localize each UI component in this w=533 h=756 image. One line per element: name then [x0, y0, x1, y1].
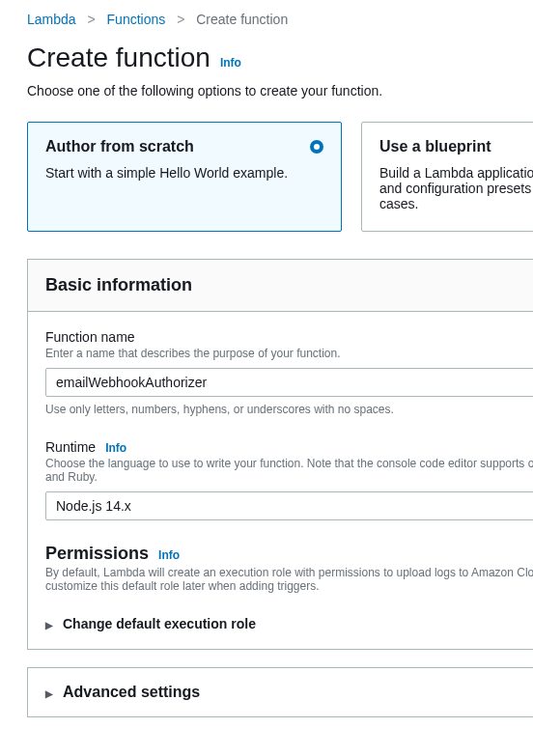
caret-right-icon — [45, 616, 53, 631]
advanced-settings-heading: Advanced settings — [63, 684, 200, 701]
info-link[interactable]: Info — [220, 56, 241, 70]
caret-right-icon — [45, 685, 53, 700]
page-subtitle: Choose one of the following options to c… — [27, 83, 533, 98]
function-name-input[interactable] — [45, 368, 533, 397]
function-name-hint: Enter a name that describes the purpose … — [45, 347, 533, 360]
breadcrumb-current: Create function — [196, 12, 288, 27]
chevron-right-icon: > — [177, 12, 184, 27]
option-desc: Build a Lambda application from sample c… — [379, 165, 533, 211]
basic-information-heading: Basic information — [45, 275, 533, 295]
chevron-right-icon: > — [87, 12, 95, 27]
change-execution-role-expander[interactable]: Change default execution role — [45, 616, 533, 631]
runtime-select[interactable] — [45, 491, 533, 520]
option-title: Author from scratch — [45, 138, 323, 155]
runtime-info-link[interactable]: Info — [105, 441, 126, 455]
permissions-label: Permissions — [45, 544, 149, 564]
option-title: Use a blueprint — [379, 138, 533, 155]
permissions-info-link[interactable]: Info — [158, 548, 180, 562]
breadcrumb-functions[interactable]: Functions — [107, 12, 166, 27]
radio-selected-icon — [310, 140, 323, 154]
advanced-settings-panel: Advanced settings — [27, 667, 533, 717]
page-title: Create function — [27, 42, 210, 73]
basic-information-panel: Basic information Function name Enter a … — [27, 259, 533, 650]
breadcrumb: Lambda > Functions > Create function — [27, 12, 533, 27]
option-author-from-scratch[interactable]: Author from scratch Start with a simple … — [27, 122, 342, 232]
advanced-settings-expander[interactable]: Advanced settings — [45, 684, 533, 701]
option-desc: Start with a simple Hello World example. — [45, 165, 323, 181]
breadcrumb-lambda[interactable]: Lambda — [27, 12, 76, 27]
function-name-label: Function name — [45, 329, 533, 345]
function-name-constraint: Use only letters, numbers, hyphens, or u… — [45, 403, 533, 416]
runtime-label: Runtime — [45, 439, 96, 455]
option-use-blueprint[interactable]: Use a blueprint Build a Lambda applicati… — [361, 122, 533, 232]
runtime-hint: Choose the language to use to write your… — [45, 457, 533, 484]
permissions-hint: By default, Lambda will create an execut… — [45, 566, 533, 593]
expander-label: Change default execution role — [63, 616, 256, 631]
